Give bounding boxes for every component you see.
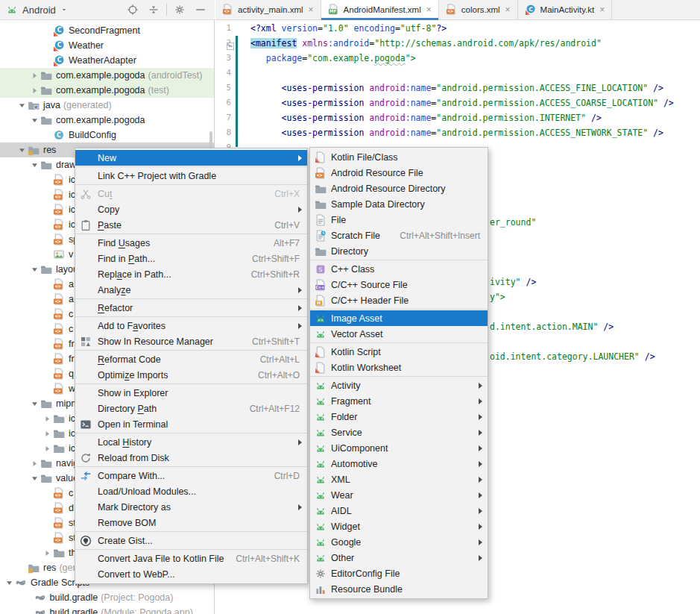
menu-item-local-history[interactable]: Local History — [75, 434, 307, 450]
submenu-arrow-icon — [479, 445, 482, 451]
collapsed-arrow-icon[interactable] — [41, 441, 53, 456]
expanded-arrow-icon[interactable] — [16, 98, 28, 113]
menu-item-replace-in-path[interactable]: Replace in Path...Ctrl+Shift+R — [75, 266, 307, 282]
tree-item-build-gradle-project-pogoda[interactable]: build.gradle (Project: Pogoda) — [0, 590, 214, 605]
close-icon[interactable]: × — [426, 5, 432, 14]
menu-item-uicomponent[interactable]: UiComponent — [310, 440, 488, 456]
expanded-arrow-icon[interactable] — [28, 113, 40, 128]
submenu-arrow-icon — [298, 287, 302, 293]
collapse-icon — [148, 4, 160, 16]
tree-item-secondfragment[interactable]: CSecondFragment — [0, 23, 214, 38]
menu-item-widget[interactable]: Widget — [310, 519, 488, 534]
menu-item-resource-bundle[interactable]: Resource Bundle — [310, 581, 488, 597]
menu-item-load-unload-modules[interactable]: Load/Unload Modules... — [75, 483, 307, 499]
close-icon[interactable]: × — [309, 5, 314, 14]
menu-item-c-c-source-file[interactable]: C++C/C++ Source File — [310, 277, 488, 292]
menu-item-convert-java-file-to-kotlin-file[interactable]: Convert Java File to Kotlin FileCtrl+Alt… — [75, 551, 307, 566]
collapsed-arrow-icon[interactable] — [28, 83, 40, 98]
tree-item-weather[interactable]: CWeather — [0, 38, 214, 53]
indent — [0, 404, 28, 404]
tab-activity-main-xml[interactable]: <>activity_main.xml× — [215, 0, 321, 19]
menu-item-folder[interactable]: Folder — [310, 409, 488, 425]
menu-item-google[interactable]: Google — [310, 534, 488, 550]
svg-text:<>: <> — [55, 507, 61, 513]
collapse-all-button[interactable] — [145, 1, 162, 18]
menu-item-service[interactable]: Service — [310, 425, 488, 440]
menu-item-wear[interactable]: Wear — [310, 487, 488, 503]
hide-panel-button[interactable] — [192, 1, 209, 18]
menu-item-reload-from-disk[interactable]: Reload from Disk — [75, 450, 307, 466]
menu-item-android-resource-file[interactable]: <>Android Resource File — [310, 165, 488, 181]
collapsed-arrow-icon[interactable] — [28, 68, 40, 83]
expanded-arrow-icon[interactable] — [28, 157, 40, 172]
settings-button[interactable] — [171, 1, 188, 18]
menu-item-xml[interactable]: XML — [310, 472, 488, 487]
menu-item-vector-asset[interactable]: Vector Asset — [310, 326, 488, 342]
tree-item-label: com.example.pogoda — [56, 85, 145, 95]
menu-item-refactor[interactable]: Refactor — [75, 300, 307, 316]
submenu-arrow-icon — [479, 477, 482, 483]
expanded-arrow-icon[interactable] — [3, 575, 15, 590]
tree-item-weatheradapter[interactable]: CWeatherAdapter — [0, 53, 214, 68]
menu-item-show-in-explorer[interactable]: Show in Explorer — [75, 385, 307, 401]
close-icon[interactable]: × — [599, 5, 605, 14]
menu-item-mark-directory-as[interactable]: Mark Directory as — [75, 499, 307, 515]
menu-item-kotlin-worksheet[interactable]: Kotlin Worksheet — [310, 360, 488, 375]
menu-item-aidl[interactable]: AIDL — [310, 503, 488, 519]
indent — [0, 180, 41, 181]
menu-item-reformat-code[interactable]: Reformat CodeCtrl+Alt+L — [75, 351, 307, 367]
expanded-arrow-icon[interactable] — [28, 471, 40, 486]
menu-item-new[interactable]: New — [75, 150, 307, 166]
menu-item-automotive[interactable]: Automotive — [310, 456, 488, 472]
collapsed-arrow-icon[interactable] — [28, 456, 40, 471]
expanded-arrow-icon[interactable] — [28, 262, 40, 277]
menu-item-scratch-file[interactable]: Scratch FileCtrl+Alt+Shift+Insert — [310, 228, 488, 243]
menu-item-add-to-favorites[interactable]: Add to Favorites — [75, 318, 307, 333]
menu-item-android-resource-directory[interactable]: Android Resource Directory — [310, 181, 488, 196]
menu-item-c-c-header-file[interactable]: HC/C++ Header File — [310, 292, 488, 308]
tree-item-com-example-pogoda-test[interactable]: com.example.pogoda (test) — [0, 83, 214, 98]
menu-item-other[interactable]: Other — [310, 550, 488, 566]
menu-item-activity[interactable]: Activity — [310, 378, 488, 393]
menu-item-paste[interactable]: PasteCtrl+V — [75, 217, 307, 233]
project-view-selector[interactable]: Android — [6, 4, 68, 16]
tab-androidmanifest-xml[interactable]: MFAndroidManifest.xml× — [321, 0, 439, 19]
expanded-arrow-icon[interactable] — [28, 396, 40, 411]
menu-item-kotlin-file-class[interactable]: Kotlin File/Class — [310, 149, 488, 165]
menu-item-editorconfig-file[interactable]: EditorConfig File — [310, 566, 488, 581]
menu-item-link-c-project-with-gradle[interactable]: Link C++ Project with Gradle — [75, 168, 307, 184]
menu-item-create-gist[interactable]: Create Gist... — [75, 533, 307, 548]
menu-item-convert-to-webp[interactable]: Convert to WebP... — [75, 566, 307, 582]
menu-item-find-in-path[interactable]: Find in Path...Ctrl+Shift+F — [75, 251, 307, 266]
menu-item-show-in-resource-manager[interactable]: Show In Resource ManagerCtrl+Shift+T — [75, 333, 307, 349]
tree-item-java-generated[interactable]: java (generated) — [0, 98, 214, 113]
menu-item-copy[interactable]: Copy — [75, 201, 307, 217]
menu-item-c-class[interactable]: SC++ Class — [310, 261, 488, 277]
menu-item-optimize-imports[interactable]: Optimize ImportsCtrl+Alt+O — [75, 367, 307, 383]
menu-item-cut[interactable]: CutCtrl+X — [75, 186, 307, 201]
menu-item-fragment[interactable]: Fragment — [310, 393, 488, 409]
menu-item-remove-bom[interactable]: Remove BOM — [75, 515, 307, 530]
menu-item-analyze[interactable]: Analyze — [75, 282, 307, 298]
menu-item-directory[interactable]: Directory — [310, 243, 488, 259]
menu-item-image-asset[interactable]: Image Asset — [310, 310, 488, 326]
locate-file-button[interactable] — [124, 1, 141, 18]
menu-item-sample-data-directory[interactable]: Sample Data Directory — [310, 196, 488, 212]
menu-item-open-in-terminal[interactable]: Open in Terminal — [75, 416, 307, 432]
collapsed-arrow-icon[interactable] — [41, 545, 53, 560]
tree-item-com-example-pogoda-androidtest[interactable]: com.example.pogoda (androidTest) — [0, 68, 214, 83]
expanded-arrow-icon[interactable] — [16, 142, 28, 157]
tree-item-build-gradle-module-pogoda-app[interactable]: build.gradle (Module: Pogoda.app) — [0, 605, 214, 614]
menu-item-directory-path[interactable]: Directory PathCtrl+Alt+F12 — [75, 401, 307, 416]
menu-item-file[interactable]: File — [310, 212, 488, 228]
collapsed-arrow-icon[interactable] — [41, 426, 53, 441]
tab-colors-xml[interactable]: <>colors.xml× — [439, 0, 518, 19]
close-icon[interactable]: × — [505, 5, 511, 14]
menu-item-compare-with[interactable]: Compare With...Ctrl+D — [75, 468, 307, 483]
collapsed-arrow-icon[interactable] — [41, 411, 53, 426]
tab-mainactivity-kt[interactable]: CMainActivity.kt× — [518, 0, 613, 19]
tree-item-buildconfig[interactable]: CBuildConfig — [0, 128, 214, 142]
menu-item-find-usages[interactable]: Find UsagesAlt+F7 — [75, 235, 307, 251]
tree-item-com-example-pogoda[interactable]: com.example.pogoda — [0, 113, 214, 128]
menu-item-kotlin-script[interactable]: Kotlin Script — [310, 344, 488, 360]
